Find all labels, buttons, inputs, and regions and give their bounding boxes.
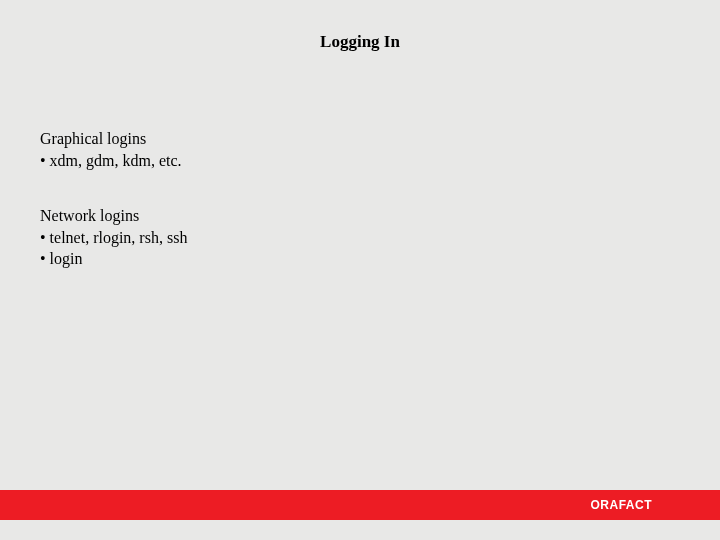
bullet-item: • xdm, gdm, kdm, etc.: [40, 150, 720, 172]
bullet-text: telnet, rlogin, rsh, ssh: [50, 229, 188, 246]
section-network-logins: Network logins • telnet, rlogin, rsh, ss…: [40, 205, 720, 270]
footer-bar: ORAFACT: [0, 490, 720, 520]
slide-title: Logging In: [0, 0, 720, 52]
section-graphical-logins: Graphical logins • xdm, gdm, kdm, etc.: [40, 128, 720, 171]
bullet-text: xdm, gdm, kdm, etc.: [50, 152, 182, 169]
slide-content: Graphical logins • xdm, gdm, kdm, etc. N…: [0, 52, 720, 270]
bullet-text: login: [50, 250, 83, 267]
bullet-item: • login: [40, 248, 720, 270]
section-heading: Graphical logins: [40, 128, 720, 150]
bullet-item: • telnet, rlogin, rsh, ssh: [40, 227, 720, 249]
footer-logo: ORAFACT: [591, 498, 653, 512]
footer-endcap: [692, 490, 720, 520]
section-heading: Network logins: [40, 205, 720, 227]
